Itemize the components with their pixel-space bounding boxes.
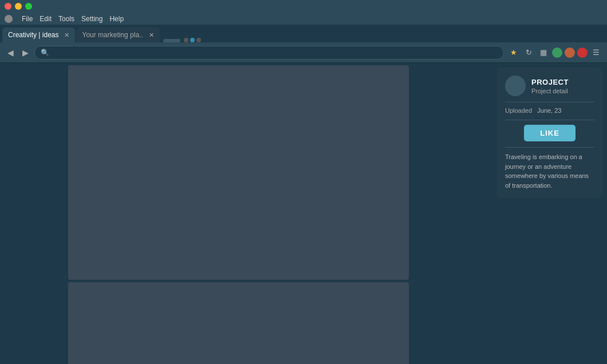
maximize-button[interactable] bbox=[25, 3, 32, 10]
tab-close-1[interactable]: ✕ bbox=[64, 31, 69, 39]
grid-icon[interactable]: ▦ bbox=[537, 46, 550, 59]
project-description: Traveling is embarking on a journey or a… bbox=[505, 152, 594, 190]
green-circle-icon[interactable] bbox=[552, 48, 562, 58]
tab-dot-3 bbox=[196, 38, 201, 42]
upload-label: Uploaded bbox=[505, 107, 532, 114]
tab-dots bbox=[184, 38, 201, 42]
project-info: PROJECT Project detail bbox=[531, 78, 569, 94]
back-button[interactable]: ◀ bbox=[5, 47, 16, 58]
tab-label-2: Your marketing pla.. bbox=[82, 31, 143, 39]
search-input[interactable] bbox=[53, 46, 498, 59]
tab-creativity-ideas[interactable]: Creativity | ideas ✕ bbox=[2, 27, 75, 42]
orange-circle-icon[interactable] bbox=[565, 48, 575, 58]
star-icon[interactable]: ★ bbox=[507, 46, 520, 59]
red-circle-icon[interactable] bbox=[577, 48, 588, 58]
content-area bbox=[66, 63, 492, 364]
tab-loading-bar bbox=[163, 39, 180, 42]
tab-dot-2 bbox=[190, 38, 195, 42]
divider-2 bbox=[505, 120, 594, 120]
avatar bbox=[505, 76, 526, 96]
image-card-1 bbox=[68, 65, 409, 280]
titlebar bbox=[0, 0, 607, 13]
right-panel: PROJECT Project detail Uploaded June, 23… bbox=[492, 63, 607, 364]
close-button[interactable] bbox=[5, 3, 11, 10]
menu-help[interactable]: Help bbox=[109, 15, 124, 23]
menu-edit[interactable]: Edit bbox=[40, 15, 52, 23]
tab-dot-1 bbox=[184, 38, 188, 42]
tab-label: Creativity | ideas bbox=[8, 31, 58, 39]
tabbar: Creativity | ideas ✕ Your marketing pla.… bbox=[0, 25, 607, 42]
menubar: File Edit Tools Setting Help bbox=[0, 13, 607, 25]
search-icon: 🔍 bbox=[41, 49, 49, 57]
upload-date-value: June, 23 bbox=[537, 107, 561, 114]
divider-1 bbox=[505, 102, 594, 102]
menu-setting[interactable]: Setting bbox=[81, 15, 103, 23]
menu-icon[interactable]: ☰ bbox=[590, 46, 602, 59]
toolbar-icons: ★ ↻ ▦ ☰ bbox=[507, 46, 602, 59]
project-title: PROJECT bbox=[531, 78, 569, 86]
image-card-2 bbox=[68, 282, 409, 364]
project-header: PROJECT Project detail bbox=[505, 76, 594, 96]
search-bar[interactable]: 🔍 bbox=[34, 46, 504, 60]
project-card: PROJECT Project detail Uploaded June, 23… bbox=[497, 68, 602, 198]
menu-tools[interactable]: Tools bbox=[58, 15, 74, 23]
forward-button[interactable]: ▶ bbox=[19, 47, 31, 58]
divider-3 bbox=[505, 147, 594, 148]
menu-file[interactable]: File bbox=[22, 15, 33, 23]
toolbar: ◀ ▶ 🔍 ★ ↻ ▦ ☰ bbox=[0, 42, 607, 63]
sidebar bbox=[0, 63, 66, 364]
upload-date: Uploaded June, 23 bbox=[505, 107, 594, 114]
tab-marketing[interactable]: Your marketing pla.. ✕ bbox=[76, 27, 159, 42]
project-subtitle: Project detail bbox=[531, 88, 569, 94]
tab-close-2[interactable]: ✕ bbox=[149, 31, 154, 39]
main-area: PROJECT Project detail Uploaded June, 23… bbox=[0, 63, 607, 364]
minimize-button[interactable] bbox=[15, 3, 22, 10]
refresh-icon[interactable]: ↻ bbox=[522, 46, 535, 59]
traffic-lights bbox=[5, 3, 32, 10]
like-button[interactable]: LIKE bbox=[524, 125, 576, 141]
app-logo bbox=[5, 15, 13, 23]
